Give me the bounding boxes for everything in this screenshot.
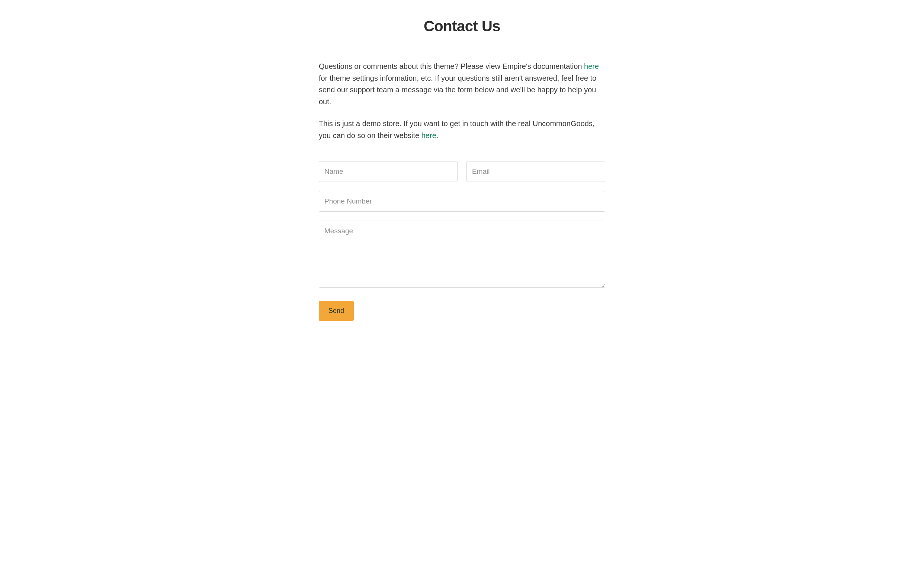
phone-field[interactable] [319, 191, 605, 212]
name-field[interactable] [319, 161, 457, 182]
email-field[interactable] [467, 161, 605, 182]
message-field[interactable] [319, 221, 605, 287]
intro-p2-before: This is just a demo store. If you want t… [319, 119, 594, 140]
documentation-link[interactable]: here [584, 62, 599, 70]
intro-p2-after: . [436, 131, 439, 140]
intro-paragraph-2: This is just a demo store. If you want t… [319, 118, 605, 141]
page-title: Contact Us [319, 18, 605, 35]
uncommongoods-link[interactable]: here [421, 131, 436, 140]
contact-page: Contact Us Questions or comments about t… [319, 0, 605, 336]
contact-form: Send [319, 161, 605, 321]
intro-p1-before: Questions or comments about this theme? … [319, 62, 584, 70]
intro-paragraph-1: Questions or comments about this theme? … [319, 61, 605, 107]
intro-p1-after: for theme settings information, etc. If … [319, 74, 596, 106]
intro-text: Questions or comments about this theme? … [319, 61, 605, 142]
send-button[interactable]: Send [319, 301, 354, 321]
